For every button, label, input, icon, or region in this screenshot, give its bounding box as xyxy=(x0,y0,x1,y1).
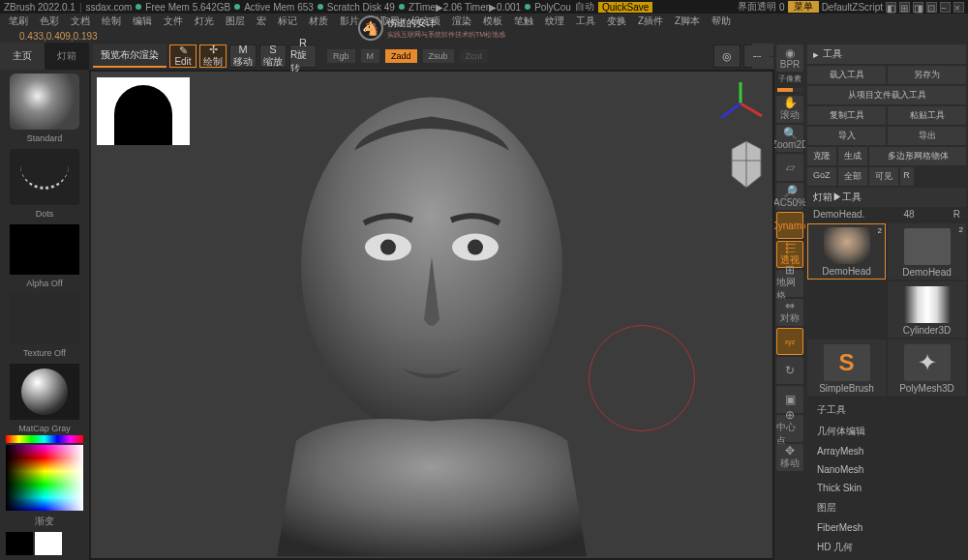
panel-toggle[interactable] xyxy=(752,44,773,56)
subpanel-item[interactable]: 图层 xyxy=(807,497,966,518)
goz-button[interactable]: GoZ xyxy=(807,167,836,186)
symmetry-button[interactable]: ⇔对称 xyxy=(776,299,803,326)
ui-icon[interactable]: ⊞ xyxy=(899,2,910,13)
subpanel-item[interactable]: 几何体编辑 xyxy=(807,421,966,442)
menu-item[interactable]: 变换 xyxy=(602,15,631,28)
m-button[interactable]: M xyxy=(361,49,380,63)
lightbox-tools-label[interactable]: 灯箱▶工具 xyxy=(807,188,966,207)
menu-item[interactable]: 宏 xyxy=(252,15,271,28)
floor-button[interactable]: ⊞地网格 xyxy=(776,270,803,297)
ui-icon[interactable]: ⊡ xyxy=(926,2,937,13)
subpanel-item[interactable]: NanoMesh xyxy=(807,460,966,479)
swatch-black[interactable] xyxy=(6,532,33,555)
viewport[interactable] xyxy=(91,72,772,558)
tool-item-demohead-2[interactable]: 2DemoHead xyxy=(888,223,966,280)
import-button[interactable]: 导入 xyxy=(807,127,886,145)
material-thumbnail[interactable] xyxy=(10,364,79,420)
tool-item-cylinder[interactable]: Cylinder3D xyxy=(888,281,966,338)
actual-size-button[interactable]: 🔎AC50% xyxy=(776,183,803,210)
axis-gizmo-icon[interactable] xyxy=(716,79,765,128)
subpanel-item[interactable]: ArrayMesh xyxy=(807,442,966,460)
menu-item[interactable]: 文件 xyxy=(159,15,188,28)
draw-mode-button[interactable]: ✢绘制 xyxy=(199,44,227,68)
color-picker[interactable] xyxy=(6,445,83,511)
export-button[interactable]: 导出 xyxy=(888,127,966,145)
move-mode-button[interactable]: M移动 xyxy=(229,44,257,68)
subpanel-item[interactable]: 子工具 xyxy=(807,399,966,421)
zcut-button[interactable]: Zcut xyxy=(460,49,489,63)
clone-button[interactable]: 克隆 xyxy=(807,147,836,165)
tab-preview-render[interactable]: 预览布尔渲染 xyxy=(93,44,166,68)
reference-image[interactable] xyxy=(97,77,190,145)
stroke-thumbnail[interactable] xyxy=(10,149,79,205)
goz-all-button[interactable]: 全部 xyxy=(838,167,867,186)
alpha-thumbnail[interactable] xyxy=(10,224,79,275)
brush-thumbnail[interactable] xyxy=(10,74,79,130)
ui-icon[interactable]: ◨ xyxy=(913,2,923,13)
head-planes-icon[interactable] xyxy=(724,137,769,192)
xyz-button[interactable]: xyz xyxy=(776,328,803,355)
subpanel-item[interactable]: Thick Skin xyxy=(807,479,966,497)
menu-item[interactable]: Z脚本 xyxy=(670,15,705,28)
menu-item[interactable]: 文档 xyxy=(66,15,95,28)
tool-item-simplebrush[interactable]: SSimpleBrush xyxy=(807,339,886,396)
subpanel-item[interactable]: HD 几何 xyxy=(807,537,966,558)
rgb-button[interactable]: Rgb xyxy=(327,49,355,63)
r-button[interactable]: R xyxy=(953,209,960,220)
copy-tool-button[interactable]: 复制工具 xyxy=(807,106,886,125)
make-polymesh-button[interactable]: 多边形网格物体 xyxy=(869,147,966,165)
gradient-label[interactable]: 渐变 xyxy=(0,515,89,528)
gyro-icon[interactable]: ◎ xyxy=(713,44,741,68)
menu-item[interactable]: 标记 xyxy=(273,15,302,28)
menu-item[interactable]: 纹理 xyxy=(540,15,569,28)
refresh-button[interactable]: ↻ xyxy=(776,357,803,384)
goz-visible-button[interactable]: 可见 xyxy=(869,167,898,186)
rotate-mode-button[interactable]: RR旋转 xyxy=(289,44,317,68)
opacity-value[interactable]: 0 xyxy=(779,2,785,13)
site-link[interactable]: ssdax.com xyxy=(86,2,133,13)
move-view-button[interactable]: ✥移动 xyxy=(776,444,803,471)
generate-button[interactable]: 生成 xyxy=(838,147,867,165)
center-button[interactable]: ⊕中心点 xyxy=(776,415,803,442)
bpr-button[interactable]: ◉BPR xyxy=(776,44,803,72)
menu-item[interactable]: 帮助 xyxy=(707,15,736,28)
goz-r-button[interactable]: R xyxy=(900,167,914,186)
tab-lightbox[interactable]: 灯箱 xyxy=(45,43,89,70)
zsub-button[interactable]: Zsub xyxy=(423,49,454,63)
menu-item[interactable]: 绘制 xyxy=(97,15,126,28)
menu-item[interactable]: 编辑 xyxy=(128,15,157,28)
panel-toggle[interactable] xyxy=(752,57,773,70)
tool-item-demohead[interactable]: 2DemoHead xyxy=(807,223,886,280)
menu-item[interactable]: 灯光 xyxy=(190,15,219,28)
paste-tool-button[interactable]: 粘贴工具 xyxy=(888,106,966,125)
swatch-white[interactable] xyxy=(35,532,62,555)
menu-item[interactable]: Z插件 xyxy=(633,15,668,28)
menu-item[interactable]: 笔触 xyxy=(509,15,538,28)
load-from-project-button[interactable]: 从项目文件载入工具 xyxy=(807,86,966,104)
load-tool-button[interactable]: 载入工具 xyxy=(807,66,886,84)
tool-panel-header[interactable]: ▸ 工具 xyxy=(807,44,966,64)
scale-mode-button[interactable]: S缩放 xyxy=(259,44,287,68)
tab-home[interactable]: 主页 xyxy=(0,43,45,70)
zoom2d-button[interactable]: 🔍Zoom2D xyxy=(776,125,803,152)
minimize-icon[interactable]: − xyxy=(940,2,951,13)
edit-mode-button[interactable]: ✎Edit xyxy=(169,44,197,68)
tool-item-polymesh[interactable]: ✦PolyMesh3D xyxy=(888,339,966,396)
menu-item[interactable]: 工具 xyxy=(571,15,600,28)
scroll-button[interactable]: ✋滚动 xyxy=(776,96,803,123)
fit-button[interactable]: ▱ xyxy=(776,154,803,181)
hue-strip[interactable] xyxy=(6,435,83,443)
menu-item[interactable]: 色彩 xyxy=(35,15,64,28)
save-as-button[interactable]: 另存为 xyxy=(888,66,966,84)
ui-icon[interactable]: ◧ xyxy=(886,2,896,13)
menu-item[interactable]: 图层 xyxy=(221,15,250,28)
default-zscript[interactable]: DefaultZScript xyxy=(822,2,883,13)
menu-item[interactable]: 材质 xyxy=(304,15,333,28)
menu-item[interactable]: 笔刷 xyxy=(4,15,33,28)
menu-button[interactable]: 菜单 xyxy=(788,1,819,13)
dynamic-button[interactable]: Dynamic xyxy=(776,212,803,239)
subpanel-item[interactable]: FiberMesh xyxy=(807,518,966,537)
subpixel-slider[interactable] xyxy=(777,88,802,92)
close-icon[interactable]: × xyxy=(953,2,964,13)
zadd-button[interactable]: Zadd xyxy=(385,49,417,63)
